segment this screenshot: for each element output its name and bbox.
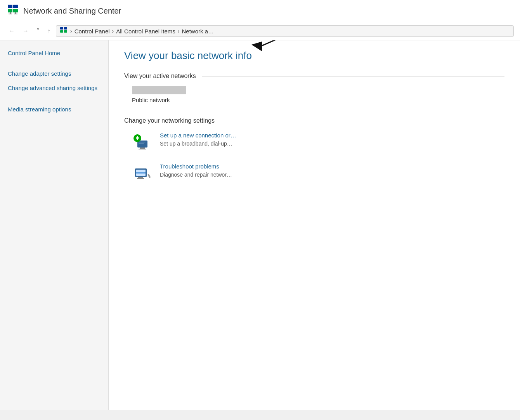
svg-rect-10 [60, 30, 63, 33]
path-network[interactable]: Network a… [182, 28, 214, 35]
svg-rect-11 [64, 30, 67, 33]
svg-rect-15 [140, 148, 145, 149]
new-connection-link[interactable]: Set up a new connection or… [160, 132, 236, 139]
page-title: View your basic network info [124, 50, 504, 62]
address-bar: ← → ˅ ↑ › Control Panel › All Control Pa… [0, 22, 520, 40]
svg-rect-2 [8, 9, 12, 12]
settings-section: Change your networking settings [124, 117, 504, 183]
troubleshoot-link[interactable]: Troubleshoot problems [160, 163, 232, 170]
title-bar: Network and Sharing Center [0, 0, 520, 22]
active-networks-header: View your active networks [124, 73, 504, 80]
troubleshoot-item: Troubleshoot problems Diagnose and repai… [124, 163, 504, 183]
svg-line-12 [258, 40, 361, 47]
new-connection-icon [132, 132, 152, 152]
sidebar-link-media-streaming[interactable]: Media streaming options [8, 106, 101, 113]
new-connection-text: Set up a new connection or… Set up a bro… [160, 132, 236, 147]
svg-rect-20 [139, 142, 146, 142]
svg-rect-3 [13, 9, 18, 12]
sidebar-link-change-advanced[interactable]: Change advanced sharing settings [8, 84, 101, 92]
network-name-blurred [132, 86, 186, 94]
svg-rect-8 [60, 27, 63, 30]
svg-rect-21 [139, 143, 144, 144]
main-container: Control Panel Home Change adapter settin… [0, 40, 520, 410]
svg-rect-23 [138, 177, 143, 178]
content-area: View your basic network info View your a… [109, 40, 520, 410]
svg-rect-1 [13, 5, 18, 8]
path-control-panel[interactable]: Control Panel [75, 28, 110, 35]
title-bar-icon [8, 5, 19, 17]
back-button[interactable]: ← [6, 26, 17, 36]
svg-rect-6 [9, 14, 12, 14]
path-icon [60, 27, 68, 35]
up-button[interactable]: ↑ [45, 26, 53, 36]
forward-button[interactable]: → [20, 26, 31, 36]
svg-rect-24 [137, 178, 144, 179]
network-details: Public network [132, 86, 186, 103]
network-type: Public network [132, 97, 186, 103]
change-networking-header: Change your networking settings [124, 117, 504, 124]
svg-rect-0 [8, 5, 12, 8]
svg-rect-16 [139, 149, 146, 149]
network-info: Public network [124, 86, 504, 103]
sidebar-link-change-adapter[interactable]: Change adapter settings [8, 70, 101, 77]
svg-rect-27 [147, 174, 151, 178]
svg-rect-7 [14, 14, 17, 14]
sidebar-link-control-panel-home[interactable]: Control Panel Home [8, 50, 101, 56]
troubleshoot-text: Troubleshoot problems Diagnose and repai… [160, 163, 232, 178]
new-connection-item: Set up a new connection or… Set up a bro… [124, 132, 504, 152]
new-connection-desc: Set up a broadband, dial-up… [160, 141, 232, 147]
annotation-area: View your active networks Public network [124, 73, 504, 103]
title-bar-text: Network and Sharing Center [23, 7, 121, 16]
address-path: › Control Panel › All Control Panel Item… [56, 25, 514, 37]
sidebar: Control Panel Home Change adapter settin… [0, 40, 109, 410]
troubleshoot-desc: Diagnose and repair networ… [160, 172, 232, 178]
svg-rect-9 [64, 27, 67, 30]
path-all-items[interactable]: All Control Panel Items [116, 28, 175, 35]
svg-rect-26 [136, 172, 146, 174]
svg-rect-19 [137, 136, 138, 140]
troubleshoot-icon [132, 163, 152, 183]
dropdown-button[interactable]: ˅ [34, 26, 42, 36]
